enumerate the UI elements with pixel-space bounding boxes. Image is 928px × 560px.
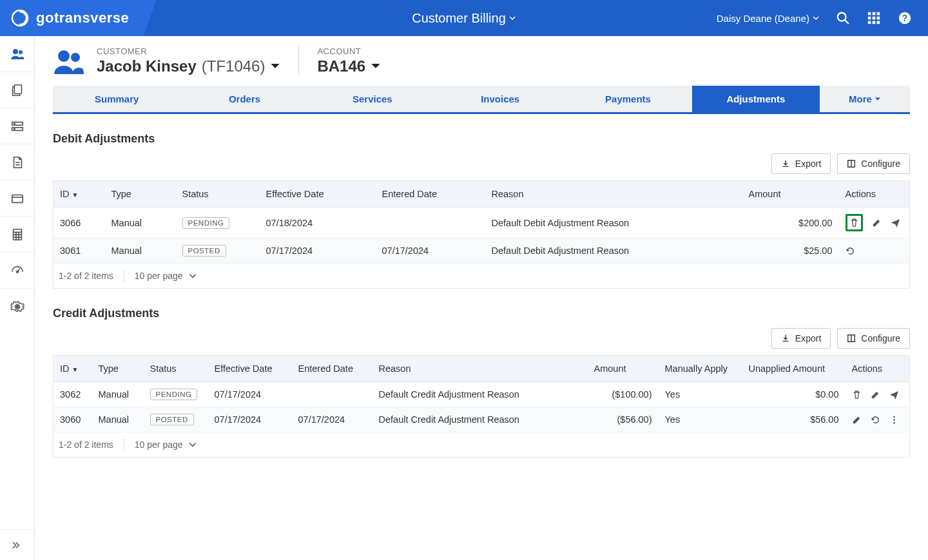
per-page-selector[interactable]: 10 per page [135,271,197,281]
cell-reason: Default Credit Adjustment Reason [372,382,588,407]
cell-entered [376,208,485,238]
caret-down-icon [875,96,881,102]
col-id[interactable]: ID▼ [53,181,105,208]
debit-table-footer: 1-2 of 2 items 10 per page [53,264,910,289]
sidebar [0,36,35,560]
sidebar-item-customers[interactable] [0,36,34,72]
cell-type: Manual [92,407,144,432]
revert-icon[interactable] [846,246,855,256]
tab-adjustments[interactable]: Adjustments [692,86,820,112]
edit-icon[interactable] [852,415,862,425]
col-manually[interactable]: Manually Apply [659,356,742,382]
account-picker[interactable]: BA146 [317,57,381,75]
svg-rect-10 [873,21,876,24]
debit-export-button[interactable]: Export [771,153,831,174]
brand-logo-icon [10,8,30,28]
col-reason[interactable]: Reason [485,181,742,208]
brand[interactable]: gotransverse [0,8,129,28]
customer-picker[interactable]: Jacob Kinsey (TF1046) [97,57,280,75]
main-content: CUSTOMER Jacob Kinsey (TF1046) ACCOUNT B… [35,36,928,560]
svg-rect-4 [873,12,876,15]
svg-point-0 [12,10,28,26]
cell-effective: 07/17/2024 [208,407,292,432]
top-bar: gotransverse Customer Billing Daisy Dean… [0,0,928,36]
credit-configure-button[interactable]: Configure [837,328,910,349]
cell-effective: 07/17/2024 [260,238,376,264]
cell-type: Manual [92,382,144,407]
user-menu[interactable]: Daisy Deane (Deane) [717,13,820,24]
col-amount[interactable]: Amount [588,356,659,382]
cell-id: 3066 [53,208,105,238]
more-icon[interactable] [889,415,899,425]
sidebar-item-calculator[interactable] [0,217,34,253]
account-name: BA146 [317,57,365,75]
svg-rect-8 [877,17,880,20]
cell-type: Manual [105,238,176,264]
col-reason[interactable]: Reason [372,356,588,382]
revert-icon[interactable] [871,415,880,425]
columns-icon [847,159,856,168]
sidebar-item-card[interactable] [0,180,34,217]
tab-services[interactable]: Services [309,86,436,112]
svg-point-32 [16,271,18,273]
edit-icon[interactable] [871,390,880,400]
send-icon[interactable] [889,390,899,400]
col-amount[interactable]: Amount [742,181,839,208]
columns-icon [847,334,856,343]
col-effective[interactable]: Effective Date [260,181,376,208]
credit-export-button[interactable]: Export [771,328,831,349]
configure-label: Configure [861,159,900,169]
sidebar-item-data[interactable] [0,108,34,144]
send-icon[interactable] [891,218,900,227]
edit-icon[interactable] [872,218,882,227]
customers-icon [53,47,85,75]
sort-desc-icon: ▼ [72,366,79,373]
cell-id: 3060 [53,407,92,432]
svg-point-14 [13,49,18,54]
sidebar-item-copy[interactable] [0,72,34,108]
svg-rect-9 [868,21,871,24]
col-effective[interactable]: Effective Date [208,356,292,382]
col-unapplied[interactable]: Unapplied Amount [742,356,846,382]
col-id[interactable]: ID▼ [53,356,92,382]
tab-summary[interactable]: Summary [53,86,180,112]
cell-effective: 07/18/2024 [260,208,376,238]
col-status[interactable]: Status [176,181,260,208]
sidebar-item-settings[interactable] [0,289,34,325]
tab-more[interactable]: More [820,86,910,112]
delete-icon[interactable] [846,214,863,231]
svg-rect-23 [12,195,23,202]
per-page-selector[interactable]: 10 per page [135,439,197,450]
sidebar-item-dashboard[interactable] [0,253,34,289]
col-status[interactable]: Status [144,356,208,382]
delete-icon[interactable] [852,390,862,400]
col-type[interactable]: Type [105,181,176,208]
sidebar-item-document[interactable] [0,144,34,180]
help-icon[interactable]: ? [897,10,913,26]
customer-label: CUSTOMER [97,46,280,56]
svg-point-33 [15,305,19,309]
cell-entered: 07/17/2024 [292,407,372,432]
account-tabs: Summary Orders Services Invoices Payment… [53,86,910,114]
tab-payments[interactable]: Payments [564,86,691,112]
user-name: Daisy Deane (Deane) [717,13,809,24]
apps-grid-icon[interactable] [866,10,882,26]
cell-reason: Default Credit Adjustment Reason [372,407,588,432]
page-title-dropdown[interactable]: Customer Billing [412,11,516,26]
col-entered[interactable]: Entered Date [376,181,485,208]
svg-rect-11 [877,21,880,24]
per-page-label: 10 per page [135,439,183,450]
tab-orders[interactable]: Orders [180,86,308,112]
credit-section-title: Credit Adjustments [53,307,910,320]
cell-reason: Default Debit Adjustment Reason [485,238,742,264]
col-type[interactable]: Type [92,356,144,382]
debit-configure-button[interactable]: Configure [837,153,910,174]
cell-id: 3062 [53,382,92,407]
search-icon[interactable] [835,10,851,26]
per-page-label: 10 per page [135,271,183,281]
caret-down-icon [270,61,280,72]
account-label: ACCOUNT [317,46,381,56]
sidebar-collapse[interactable] [0,529,34,560]
col-entered[interactable]: Entered Date [292,356,372,382]
tab-invoices[interactable]: Invoices [436,86,564,112]
